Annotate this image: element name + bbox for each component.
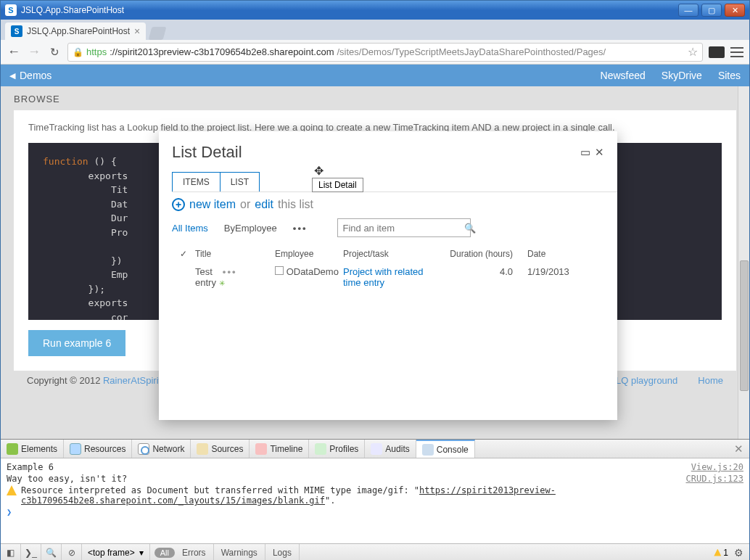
filter-errors[interactable]: Errors — [175, 544, 214, 560]
filter-warnings[interactable]: Warnings — [214, 544, 265, 560]
search-status-icon[interactable]: 🔍 — [41, 544, 62, 560]
console-source-link[interactable]: CRUD.js:123 — [686, 474, 743, 484]
dock-icon[interactable]: ◧ — [1, 544, 21, 560]
devtools-tab-sources[interactable]: Sources — [191, 440, 250, 458]
sharepoint-top-nav: ◀ Demos Newsfeed SkyDrive Sites — [1, 65, 749, 86]
filter-logs[interactable]: Logs — [265, 544, 300, 560]
view-all-items[interactable]: All Items — [172, 223, 208, 234]
devtools-tab-timeline[interactable]: Timeline — [250, 440, 309, 458]
vertical-scrollbar[interactable] — [738, 86, 749, 439]
window-titlebar: S JSLQ.App.SharePointHost — ▢ ✕ — [1, 1, 749, 20]
dialog-views: All Items ByEmployee ••• 🔍 — [159, 218, 617, 244]
back-button[interactable]: ← — [7, 45, 21, 59]
url-protocol: https — [86, 46, 107, 57]
warning-icon — [7, 485, 17, 495]
browser-menu-icon[interactable] — [730, 46, 743, 59]
views-more-icon[interactable]: ••• — [293, 223, 308, 234]
nav-back-icon[interactable]: ◀ — [9, 71, 15, 81]
nav-sites[interactable]: Sites — [718, 70, 741, 81]
lock-icon: 🔒 — [73, 47, 83, 57]
devtools-tab-profiles[interactable]: Profiles — [309, 440, 365, 458]
col-duration[interactable]: Duration (hours) — [443, 249, 527, 259]
resources-icon — [70, 443, 81, 455]
row-employee: ODataDemo — [287, 266, 339, 277]
row-title-line2: entry — [195, 277, 216, 288]
new-indicator-icon: ✳ — [219, 279, 225, 287]
console-output[interactable]: Example 6View.js:20 Way too easy, isn't … — [1, 458, 749, 543]
col-title[interactable]: Title — [195, 249, 275, 259]
new-item-link[interactable]: new item — [189, 198, 236, 211]
nav-newsfeed[interactable]: Newsfeed — [601, 70, 646, 81]
dialog-tooltip: List Detail — [312, 178, 363, 192]
warning-count[interactable]: 1 — [714, 548, 728, 558]
col-employee[interactable]: Employee — [275, 249, 343, 259]
devtools-tab-network[interactable]: Network — [132, 440, 191, 458]
ribbon-browse-tab[interactable]: BROWSE — [14, 94, 736, 104]
frame-selector[interactable]: <top frame>▾ — [82, 544, 150, 560]
window-maximize-button[interactable]: ▢ — [701, 4, 722, 17]
browser-tab-strip: S JSLQ.App.SharePointHost × — [1, 20, 749, 40]
author-link[interactable]: RainerAtSpirit — [103, 375, 161, 386]
row-checkbox[interactable] — [275, 266, 284, 275]
dialog-tab-items[interactable]: ITEMS — [172, 172, 221, 192]
edit-list-link[interactable]: edit — [255, 198, 273, 211]
filter-all[interactable]: All — [154, 548, 175, 558]
dialog-tab-list[interactable]: LIST — [221, 172, 260, 192]
warning-icon — [714, 549, 721, 556]
plus-icon[interactable]: + — [172, 198, 185, 211]
dialog-close-icon[interactable]: ✕ — [595, 146, 604, 159]
devtools-panel: Elements Resources Network Sources Timel… — [1, 439, 749, 560]
scrollbar-thumb[interactable] — [740, 260, 749, 391]
window-minimize-button[interactable]: — — [678, 4, 699, 17]
col-check[interactable]: ✓ — [172, 249, 195, 259]
console-prompt-icon[interactable]: ❯ — [7, 507, 12, 517]
row-title-line1: Test — [195, 266, 213, 277]
devtools-tabs: Elements Resources Network Sources Timel… — [1, 440, 749, 458]
view-by-employee[interactable]: ByEmployee — [224, 223, 277, 234]
clear-console-icon[interactable]: ⊘ — [62, 544, 82, 560]
elements-icon — [7, 443, 18, 455]
audits-icon — [371, 443, 382, 455]
network-icon — [138, 443, 149, 455]
row-project-link[interactable]: Project with related time entry — [343, 266, 424, 288]
col-date[interactable]: Date — [527, 249, 593, 259]
console-source-link[interactable]: View.js:20 — [691, 462, 743, 472]
row-menu-icon[interactable]: ••• — [223, 266, 237, 277]
footer-link-home[interactable]: Home — [698, 375, 723, 386]
search-box[interactable]: 🔍 — [337, 218, 471, 237]
reload-button[interactable]: ↻ — [47, 45, 62, 59]
bookmark-star-icon[interactable]: ☆ — [688, 45, 698, 59]
nav-demos-link[interactable]: Demos — [20, 70, 51, 81]
list-table: ✓ Title Employee Project/task Duration (… — [159, 244, 617, 291]
table-row[interactable]: Test••• entry ✳ ODataDemo Project with r… — [172, 263, 604, 291]
browser-tab[interactable]: S JSLQ.App.SharePointHost × — [5, 22, 146, 40]
url-path: /sites/Demos/TypeScriptMeetsJayDataShare… — [337, 46, 606, 57]
forward-button: → — [27, 45, 41, 59]
settings-gear-icon[interactable]: ⚙ — [734, 547, 743, 559]
favicon: S — [11, 25, 22, 37]
console-line: Way too easy, isn't it? — [7, 474, 679, 484]
timeline-icon — [255, 443, 267, 455]
run-example-button[interactable]: Run example 6 — [28, 330, 125, 356]
dialog-title: List Detail — [172, 143, 580, 162]
devtools-close-icon[interactable]: ✕ — [734, 442, 743, 456]
new-tab-button[interactable] — [149, 27, 167, 40]
url-input[interactable]: 🔒 https://spirit2013preview-c3b1709654b2… — [67, 43, 703, 62]
devtools-tab-elements[interactable]: Elements — [1, 440, 64, 458]
console-toggle-icon[interactable]: ❯_ — [21, 544, 41, 560]
nav-skydrive[interactable]: SkyDrive — [662, 70, 702, 81]
search-icon[interactable]: 🔍 — [464, 223, 476, 234]
window-close-button[interactable]: ✕ — [725, 4, 745, 17]
mobile-icon[interactable] — [709, 46, 725, 58]
list-detail-dialog: List Detail ▭ ✕ ITEMS LIST + new item or… — [159, 131, 617, 420]
devtools-tab-console[interactable]: Console — [416, 440, 475, 458]
app-icon: S — [5, 4, 17, 16]
tab-close-icon[interactable]: × — [134, 25, 140, 37]
col-project[interactable]: Project/task — [343, 249, 443, 259]
devtools-tab-resources[interactable]: Resources — [64, 440, 132, 458]
search-input[interactable] — [342, 223, 464, 234]
dialog-maximize-icon[interactable]: ▭ — [580, 146, 590, 159]
devtools-tab-audits[interactable]: Audits — [365, 440, 416, 458]
or-text: or — [240, 198, 250, 211]
sources-icon — [197, 443, 208, 455]
